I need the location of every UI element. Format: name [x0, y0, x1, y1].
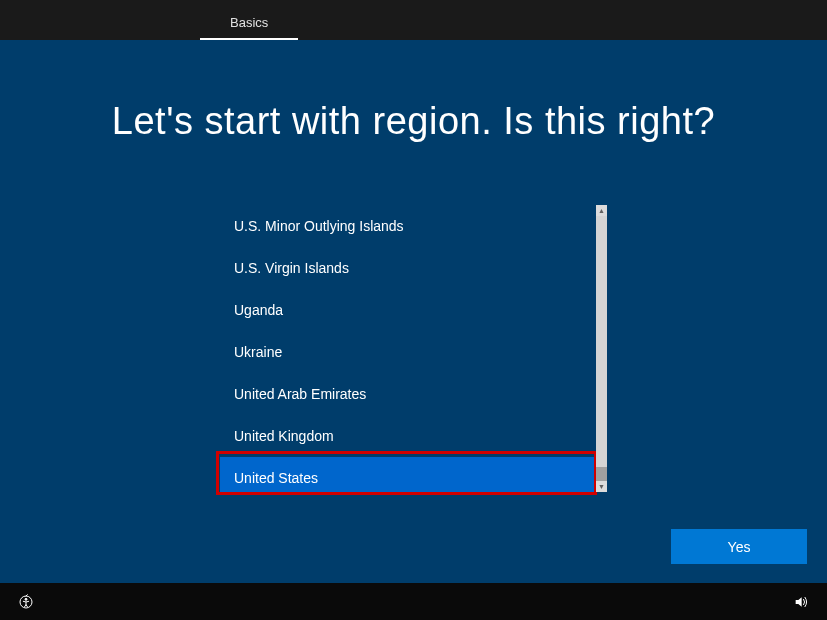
scrollbar-thumb[interactable]: [596, 467, 607, 481]
scrollbar-arrow-up-icon[interactable]: ▲: [596, 205, 607, 216]
bottom-bar: [0, 583, 827, 620]
svg-point-1: [25, 598, 27, 600]
tab-basics[interactable]: Basics: [200, 15, 298, 40]
page-title: Let's start with region. Is this right?: [0, 100, 827, 143]
yes-button[interactable]: Yes: [671, 529, 807, 564]
region-list-container: U.S. Minor Outlying Islands U.S. Virgin …: [220, 205, 607, 492]
region-item[interactable]: Uganda: [220, 289, 596, 331]
accessibility-icon[interactable]: [18, 594, 34, 610]
region-list[interactable]: U.S. Minor Outlying Islands U.S. Virgin …: [220, 205, 596, 492]
region-item[interactable]: Ukraine: [220, 331, 596, 373]
region-item[interactable]: United Arab Emirates: [220, 373, 596, 415]
tab-label: Basics: [230, 15, 268, 30]
volume-icon[interactable]: [793, 594, 809, 610]
region-item[interactable]: U.S. Minor Outlying Islands: [220, 205, 596, 247]
region-item[interactable]: United Kingdom: [220, 415, 596, 457]
region-item-selected[interactable]: United States: [220, 457, 596, 492]
region-item[interactable]: U.S. Virgin Islands: [220, 247, 596, 289]
scrollbar-arrow-down-icon[interactable]: ▼: [596, 481, 607, 492]
tab-underline: [200, 38, 298, 40]
top-tab-bar: Basics: [0, 0, 827, 40]
scrollbar[interactable]: ▲ ▼: [596, 205, 607, 492]
main-content: Let's start with region. Is this right? …: [0, 40, 827, 492]
